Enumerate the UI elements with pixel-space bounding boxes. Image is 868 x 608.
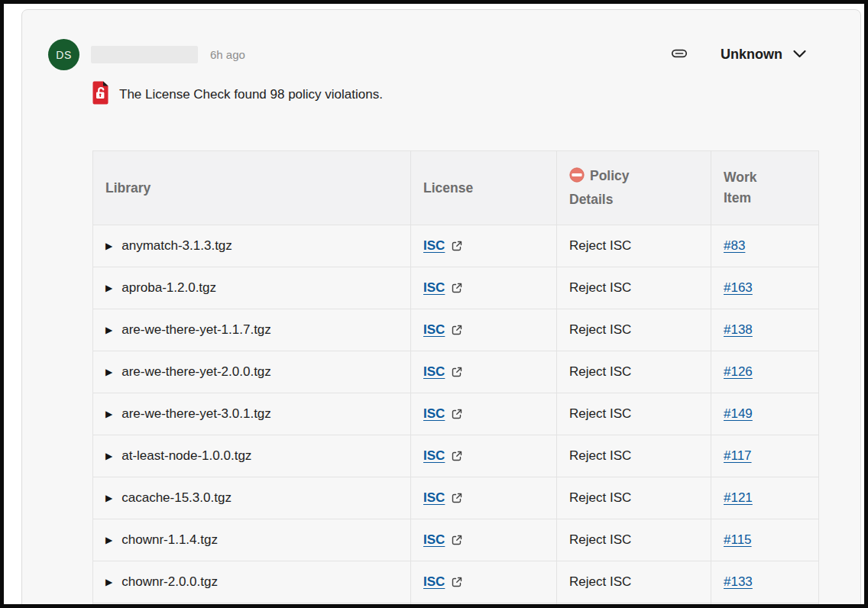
work-item-cell: #121 bbox=[711, 477, 819, 519]
license-link[interactable]: ISC bbox=[423, 448, 445, 464]
library-name: cacache-15.3.0.tgz bbox=[121, 490, 232, 506]
row-expander-icon[interactable]: ▶ bbox=[105, 409, 112, 419]
license-cell: ISC bbox=[411, 267, 557, 309]
license-link[interactable]: ISC bbox=[423, 280, 445, 296]
license-link[interactable]: ISC bbox=[423, 364, 445, 380]
work-item-cell: #149 bbox=[711, 393, 819, 435]
external-link-icon bbox=[451, 324, 463, 336]
table-header-row: Library License Policy Details Work Item bbox=[93, 151, 819, 225]
table-row: ▶ aproba-1.2.0.tgz ISC Reject ISC #163 bbox=[93, 267, 819, 309]
chevron-down-icon bbox=[782, 49, 807, 61]
external-link-icon bbox=[451, 366, 463, 378]
library-name: are-we-there-yet-3.0.1.tgz bbox=[121, 406, 271, 422]
external-link-icon bbox=[451, 240, 463, 252]
library-name: aproba-1.2.0.tgz bbox=[121, 280, 216, 296]
license-cell: ISC bbox=[411, 435, 557, 477]
column-header-library: Library bbox=[93, 151, 411, 225]
policy-details-text: Reject ISC bbox=[569, 574, 631, 589]
policy-details-text: Reject ISC bbox=[569, 322, 631, 337]
column-header-license: License bbox=[411, 151, 557, 225]
library-name: are-we-there-yet-1.1.7.tgz bbox=[121, 322, 271, 338]
table-row: ▶ anymatch-3.1.3.tgz ISC Reject ISC #83 bbox=[93, 225, 819, 267]
table-row-partial bbox=[93, 603, 819, 608]
work-item-link[interactable]: #121 bbox=[724, 490, 753, 505]
license-lock-icon bbox=[91, 81, 109, 108]
license-link[interactable]: ISC bbox=[423, 574, 445, 590]
external-link-icon bbox=[451, 282, 463, 294]
work-item-link[interactable]: #83 bbox=[724, 238, 745, 253]
policy-details-text: Reject ISC bbox=[569, 532, 631, 547]
comment-status-label: Unknown bbox=[721, 47, 782, 63]
license-cell: ISC bbox=[411, 519, 557, 561]
work-item-link[interactable]: #117 bbox=[724, 448, 752, 463]
violations-table-body: ▶ anymatch-3.1.3.tgz ISC Reject ISC #83 bbox=[93, 225, 819, 608]
row-expander-icon[interactable]: ▶ bbox=[105, 325, 112, 335]
author-name-redacted bbox=[91, 46, 198, 63]
row-expander-icon[interactable]: ▶ bbox=[105, 283, 112, 293]
column-header-work-item: Work Item bbox=[711, 151, 819, 225]
license-link[interactable]: ISC bbox=[423, 322, 445, 338]
work-item-link[interactable]: #115 bbox=[724, 532, 752, 547]
violation-message-text: The License Check found 98 policy violat… bbox=[119, 87, 383, 102]
policy-details-text: Reject ISC bbox=[569, 280, 631, 295]
license-link[interactable]: ISC bbox=[423, 406, 445, 422]
policy-details-text: Reject ISC bbox=[569, 238, 631, 253]
library-cell: ▶ are-we-there-yet-1.1.7.tgz bbox=[93, 309, 411, 351]
library-cell: ▶ are-we-there-yet-3.0.1.tgz bbox=[93, 393, 411, 435]
link-icon bbox=[670, 44, 688, 65]
policy-details-cell: Reject ISC bbox=[557, 393, 711, 435]
license-link[interactable]: ISC bbox=[423, 532, 445, 548]
violations-table: Library License Policy Details Work Item bbox=[92, 150, 819, 608]
table-row: ▶ are-we-there-yet-2.0.0.tgz ISC Reject … bbox=[93, 351, 819, 393]
license-link[interactable]: ISC bbox=[423, 238, 445, 254]
library-cell: ▶ anymatch-3.1.3.tgz bbox=[93, 225, 411, 267]
column-header-library-label: Library bbox=[105, 180, 151, 196]
policy-details-cell: Reject ISC bbox=[557, 561, 711, 603]
copy-link-button[interactable] bbox=[670, 44, 688, 65]
work-item-link[interactable]: #163 bbox=[724, 280, 753, 295]
avatar-initials: DS bbox=[56, 49, 71, 61]
policy-details-cell: Reject ISC bbox=[557, 351, 711, 393]
license-link[interactable]: ISC bbox=[423, 490, 445, 506]
library-name: at-least-node-1.0.0.tgz bbox=[121, 448, 251, 464]
policy-details-cell: Reject ISC bbox=[557, 477, 711, 519]
policy-details-cell: Reject ISC bbox=[557, 267, 711, 309]
table-row: ▶ are-we-there-yet-3.0.1.tgz ISC Reject … bbox=[93, 393, 819, 435]
library-cell: ▶ aproba-1.2.0.tgz bbox=[93, 267, 411, 309]
table-row: ▶ cacache-15.3.0.tgz ISC Reject ISC #121 bbox=[93, 477, 819, 519]
work-item-cell: #83 bbox=[711, 225, 819, 267]
row-expander-icon[interactable]: ▶ bbox=[105, 535, 112, 545]
column-header-work-item-label: Work Item bbox=[724, 167, 769, 209]
external-link-icon bbox=[451, 408, 463, 420]
comment-status-dropdown[interactable]: Unknown bbox=[721, 47, 807, 63]
policy-details-cell: Reject ISC bbox=[557, 309, 711, 351]
external-link-icon bbox=[451, 492, 463, 504]
comment-card: DS 6h ago Unknown bbox=[21, 9, 861, 608]
policy-details-cell: Reject ISC bbox=[557, 519, 711, 561]
license-cell: ISC bbox=[411, 351, 557, 393]
work-item-cell: #126 bbox=[711, 351, 819, 393]
work-item-cell: #117 bbox=[711, 435, 819, 477]
row-expander-icon[interactable]: ▶ bbox=[105, 451, 112, 461]
row-expander-icon[interactable]: ▶ bbox=[105, 577, 112, 587]
work-item-cell: #115 bbox=[711, 519, 819, 561]
library-cell: ▶ cacache-15.3.0.tgz bbox=[93, 477, 411, 519]
policy-details-cell: Reject ISC bbox=[557, 435, 711, 477]
screenshot-frame: DS 6h ago Unknown bbox=[0, 0, 868, 608]
row-expander-icon[interactable]: ▶ bbox=[105, 367, 112, 377]
work-item-link[interactable]: #126 bbox=[724, 364, 753, 379]
row-expander-icon[interactable]: ▶ bbox=[105, 241, 112, 251]
library-name: chownr-2.0.0.tgz bbox=[121, 574, 218, 590]
policy-details-text: Reject ISC bbox=[569, 490, 631, 505]
avatar: DS bbox=[48, 39, 79, 70]
work-item-link[interactable]: #138 bbox=[724, 322, 753, 337]
table-row: ▶ chownr-1.1.4.tgz ISC Reject ISC #115 bbox=[93, 519, 819, 561]
external-link-icon bbox=[451, 576, 463, 588]
external-link-icon bbox=[451, 534, 463, 546]
policy-details-cell: Reject ISC bbox=[557, 225, 711, 267]
work-item-cell: #163 bbox=[711, 267, 819, 309]
work-item-link[interactable]: #133 bbox=[724, 574, 753, 589]
work-item-cell: #138 bbox=[711, 309, 819, 351]
work-item-link[interactable]: #149 bbox=[724, 406, 753, 421]
row-expander-icon[interactable]: ▶ bbox=[105, 493, 112, 503]
